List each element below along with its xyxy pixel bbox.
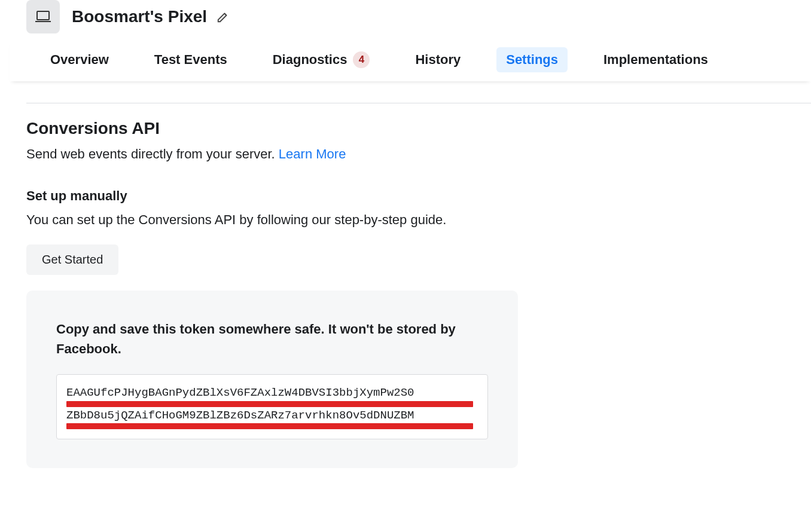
learn-more-link[interactable]: Learn More — [279, 146, 346, 161]
laptop-icon — [35, 11, 51, 23]
get-started-button[interactable]: Get Started — [26, 244, 118, 275]
tab-overview[interactable]: Overview — [41, 47, 118, 72]
token-box[interactable]: EAAGUfcPJHygBAGnPydZBlXsV6FZAxlzW4DBVSI3… — [56, 374, 488, 439]
conversions-api-section: Conversions API Send web events directly… — [10, 119, 811, 468]
divider — [26, 103, 811, 103]
page-header: Boosmart's Pixel — [10, 0, 811, 41]
manual-setup-desc: You can set up the Conversions API by fo… — [26, 212, 811, 228]
token-line-1: EAAGUfcPJHygBAGnPydZBlXsV6FZAxlzW4DBVSI3… — [66, 386, 478, 401]
token-line-2: ZBbD8u5jQZAifCHoGM9ZBlZBz6DsZARz7arvrhkn… — [66, 408, 478, 424]
tab-diagnostics[interactable]: Diagnostics 4 — [263, 47, 380, 73]
svg-rect-0 — [37, 11, 49, 20]
edit-icon[interactable] — [217, 10, 230, 23]
manual-setup-title: Set up manually — [26, 188, 811, 204]
section-title: Conversions API — [26, 119, 811, 138]
section-description: Send web events directly from your serve… — [26, 146, 811, 162]
diagnostics-badge: 4 — [353, 51, 370, 68]
redacted-line — [66, 423, 473, 429]
redacted-line — [66, 401, 473, 407]
tab-diagnostics-label: Diagnostics — [273, 52, 347, 68]
tab-implementations[interactable]: Implementations — [594, 47, 718, 72]
tab-history[interactable]: History — [406, 47, 470, 72]
tab-bar: Overview Test Events Diagnostics 4 Histo… — [10, 41, 811, 81]
token-heading: Copy and save this token somewhere safe.… — [56, 319, 488, 359]
section-desc-text: Send web events directly from your serve… — [26, 146, 279, 161]
token-card: Copy and save this token somewhere safe.… — [26, 291, 518, 468]
tab-test-events[interactable]: Test Events — [145, 47, 237, 72]
pixel-icon-box — [26, 0, 60, 33]
tab-settings[interactable]: Settings — [496, 47, 568, 72]
page-title: Boosmart's Pixel — [72, 7, 207, 26]
